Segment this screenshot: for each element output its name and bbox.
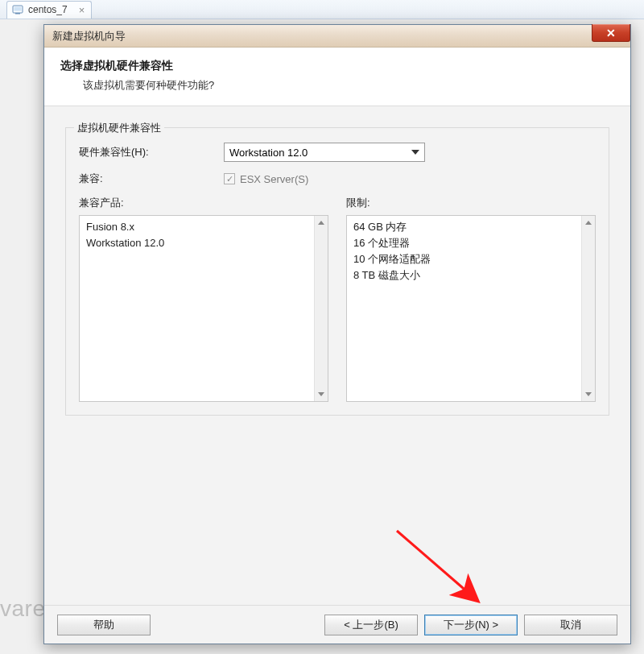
wizard-header: 选择虚拟机硬件兼容性 该虚拟机需要何种硬件功能?: [44, 48, 630, 106]
chevron-down-icon: [318, 392, 324, 396]
svg-line-3: [397, 531, 475, 598]
scrollbar[interactable]: [581, 216, 595, 401]
scroll-up-button[interactable]: [315, 216, 328, 230]
scroll-up-button[interactable]: [582, 216, 595, 230]
close-icon[interactable]: ×: [79, 5, 85, 15]
list-item: Workstation 12.0: [86, 235, 308, 251]
hw-compat-group: 虚拟机硬件兼容性 硬件兼容性(H): Workstation 12.0 兼容: …: [65, 127, 609, 416]
annotation-arrow: [390, 524, 495, 613]
hw-compat-dropdown[interactable]: Workstation 12.0: [224, 143, 425, 162]
chevron-up-icon: [585, 221, 592, 225]
chevron-down-icon: [585, 392, 592, 396]
vmware-watermark-fragment: vare: [0, 596, 45, 622]
svg-rect-2: [15, 13, 20, 14]
titlebar[interactable]: 新建虚拟机向导 ✕: [44, 25, 630, 48]
page-title: 选择虚拟机硬件兼容性: [60, 59, 614, 73]
scroll-down-button[interactable]: [315, 387, 328, 401]
svg-rect-1: [14, 7, 22, 11]
window-close-button[interactable]: ✕: [592, 24, 630, 42]
back-button[interactable]: < 上一步(B): [324, 615, 418, 635]
wizard-body: 虚拟机硬件兼容性 硬件兼容性(H): Workstation 12.0 兼容: …: [44, 106, 630, 430]
limits-content: 64 GB 内存 16 个处理器 10 个网络适配器 8 TB 磁盘大小: [347, 216, 581, 401]
chevron-down-icon: [411, 150, 419, 155]
list-item: 8 TB 磁盘大小: [353, 267, 575, 284]
list-item: 16 个处理器: [353, 235, 575, 251]
new-vm-wizard-dialog: 新建虚拟机向导 ✕ 选择虚拟机硬件兼容性 该虚拟机需要何种硬件功能? 虚拟机硬件…: [43, 24, 631, 644]
checkbox-icon: ✓: [224, 173, 235, 184]
list-item: 10 个网络适配器: [353, 251, 575, 267]
compatible-products-listbox[interactable]: Fusion 8.x Workstation 12.0: [79, 215, 328, 402]
list-item: 64 GB 内存: [353, 219, 575, 235]
vm-icon: [12, 4, 23, 15]
editor-tab-bar: centos_7 ×: [0, 0, 644, 19]
compatible-products-column: 兼容产品: Fusion 8.x Workstation 12.0: [79, 196, 328, 402]
close-icon: ✕: [606, 27, 616, 39]
help-button[interactable]: 帮助: [57, 615, 151, 635]
hw-compat-label: 硬件兼容性(H):: [79, 145, 224, 159]
wizard-footer: 帮助 < 上一步(B) 下一步(N) > 取消: [44, 605, 630, 644]
esx-server-checkbox: ✓ ESX Server(S): [224, 173, 596, 185]
compatible-products-label: 兼容产品:: [79, 196, 328, 210]
list-item: Fusion 8.x: [86, 219, 308, 235]
tab-label: centos_7: [28, 4, 68, 15]
compat-checkbox-row: 兼容: ✓ ESX Server(S): [79, 172, 596, 186]
page-subtitle: 该虚拟机需要何种硬件功能?: [60, 78, 614, 93]
compatible-products-content: Fusion 8.x Workstation 12.0: [80, 216, 314, 401]
hw-compat-value: Workstation 12.0: [229, 147, 308, 159]
limits-column: 限制: 64 GB 内存 16 个处理器 10 个网络适配器 8 TB 磁盘大小: [346, 196, 596, 402]
next-button[interactable]: 下一步(N) >: [424, 615, 518, 635]
checkbox-label: ESX Server(S): [240, 173, 308, 185]
tab-centos7[interactable]: centos_7 ×: [6, 1, 92, 19]
chevron-up-icon: [318, 221, 324, 225]
dialog-title: 新建虚拟机向导: [52, 29, 126, 43]
scroll-down-button[interactable]: [582, 387, 595, 401]
limits-listbox[interactable]: 64 GB 内存 16 个处理器 10 个网络适配器 8 TB 磁盘大小: [346, 215, 596, 402]
cancel-button[interactable]: 取消: [524, 615, 617, 635]
lists-row: 兼容产品: Fusion 8.x Workstation 12.0 限制:: [79, 196, 596, 402]
group-legend: 虚拟机硬件兼容性: [74, 121, 164, 135]
hw-compat-row: 硬件兼容性(H): Workstation 12.0: [79, 143, 596, 162]
compat-row-label: 兼容:: [79, 172, 224, 186]
limits-label: 限制:: [346, 196, 596, 210]
scrollbar[interactable]: [314, 216, 328, 401]
